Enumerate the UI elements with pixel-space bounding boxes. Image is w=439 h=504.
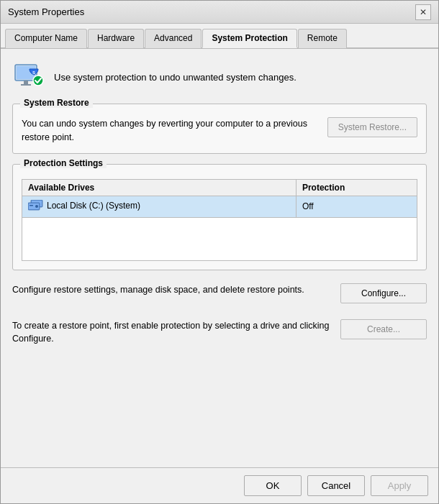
column-header-drives: Available Drives (22, 179, 297, 196)
system-restore-description: You can undo system changes by reverting… (22, 117, 319, 145)
drive-name: Local Disk (C:) (System) (47, 201, 140, 211)
info-row: S Use system protection to undo unwanted… (12, 60, 427, 93)
apply-button[interactable]: Apply (371, 475, 428, 496)
protection-settings-legend: Protection Settings (20, 158, 107, 168)
tab-hardware[interactable]: Hardware (88, 29, 144, 48)
column-header-protection: Protection (296, 179, 417, 196)
create-button[interactable]: Create... (340, 319, 427, 339)
drive-protection-cell: Off (296, 196, 417, 217)
svg-text:S: S (32, 70, 35, 75)
create-description: To create a restore point, first enable … (12, 319, 332, 347)
tab-computer-name[interactable]: Computer Name (5, 29, 87, 48)
svg-rect-3 (21, 84, 31, 86)
drive-name-cell: Local Disk (C:) (System) (22, 196, 297, 217)
title-bar: System Properties ✕ (1, 1, 438, 24)
create-row: To create a restore point, first enable … (12, 316, 427, 349)
close-button[interactable]: ✕ (415, 4, 431, 20)
main-content: S Use system protection to undo unwanted… (1, 49, 438, 467)
system-restore-button[interactable]: System Restore... (327, 117, 417, 137)
footer: OK Cancel Apply (1, 467, 438, 503)
svg-rect-11 (30, 205, 33, 206)
system-restore-section: System Restore You can undo system chang… (12, 104, 427, 154)
configure-button[interactable]: Configure... (340, 283, 427, 303)
svg-rect-2 (24, 81, 28, 84)
svg-point-10 (35, 205, 38, 208)
drive-icon-cell: Local Disk (C:) (System) (28, 200, 140, 211)
configure-description: Configure restore settings, manage disk … (12, 283, 332, 297)
tabs-container: Computer Name Hardware Advanced System P… (1, 24, 438, 49)
tab-remote[interactable]: Remote (298, 29, 347, 48)
hard-drive-icon (28, 200, 44, 211)
configure-row: Configure restore settings, manage disk … (12, 280, 427, 306)
system-restore-legend: System Restore (20, 98, 93, 108)
system-restore-content: You can undo system changes by reverting… (22, 114, 417, 145)
tab-system-protection[interactable]: System Protection (202, 29, 297, 48)
system-properties-dialog: System Properties ✕ Computer Name Hardwa… (0, 0, 439, 504)
info-description: Use system protection to undo unwanted s… (54, 72, 297, 83)
drives-table: Available Drives Protection (22, 179, 417, 261)
ok-button[interactable]: OK (244, 475, 302, 496)
window-title: System Properties (8, 6, 84, 17)
system-protection-icon: S (12, 60, 45, 93)
tab-advanced[interactable]: Advanced (145, 29, 202, 48)
cancel-button[interactable]: Cancel (307, 475, 365, 496)
table-row-empty (22, 217, 417, 260)
table-row[interactable]: Local Disk (C:) (System) Off (22, 196, 417, 217)
protection-settings-section: Protection Settings Available Drives Pro… (12, 164, 427, 270)
